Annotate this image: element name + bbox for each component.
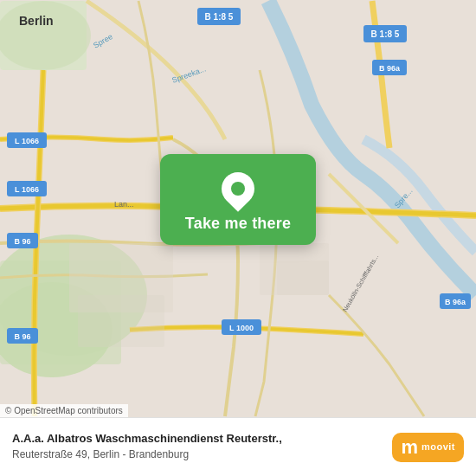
svg-text:L 1066: L 1066 (15, 185, 39, 194)
map-background: Berlin B 1:8 5 B 1:8 5 L 1066 L 1066 B 9… (0, 0, 476, 417)
navigation-card[interactable]: Take me there (160, 154, 316, 245)
moovit-wordmark: moovit (421, 441, 455, 452)
svg-rect-31 (78, 295, 164, 347)
take-me-there-button[interactable]: Take me there (185, 215, 291, 233)
location-info: A.A.a. Albatros Waschmaschinendienst Reu… (12, 432, 382, 461)
moovit-logo: m moovit (392, 433, 464, 462)
svg-text:Berlin: Berlin (19, 14, 54, 28)
svg-text:B 96a: B 96a (445, 298, 466, 306)
svg-rect-33 (277, 261, 329, 295)
svg-text:B 96: B 96 (14, 237, 30, 246)
svg-text:B 1:8 5: B 1:8 5 (371, 29, 400, 39)
app-container: Berlin B 1:8 5 B 1:8 5 L 1066 L 1066 B 9… (0, 0, 476, 476)
svg-text:B 1:8 5: B 1:8 5 (205, 12, 234, 22)
moovit-badge: m moovit (392, 433, 464, 462)
svg-point-5 (0, 1, 91, 70)
bottom-bar: A.A.a. Albatros Waschmaschinendienst Reu… (0, 417, 476, 476)
svg-text:Lan...: Lan... (114, 200, 134, 209)
svg-text:L 1066: L 1066 (15, 137, 39, 145)
svg-text:B 96: B 96 (14, 332, 30, 341)
moovit-letter: m (401, 438, 418, 457)
location-address: Reuterstraße 49, Berlin - Brandenburg (12, 448, 382, 462)
svg-text:L 1000: L 1000 (229, 324, 254, 332)
svg-text:B 96a: B 96a (379, 64, 401, 73)
map-attribution: © OpenStreetMap contributors (0, 404, 128, 417)
map-area: Berlin B 1:8 5 B 1:8 5 L 1066 L 1066 B 9… (0, 0, 476, 417)
location-pin-icon (219, 170, 257, 208)
location-name: A.A.a. Albatros Waschmaschinendienst Reu… (12, 432, 382, 447)
